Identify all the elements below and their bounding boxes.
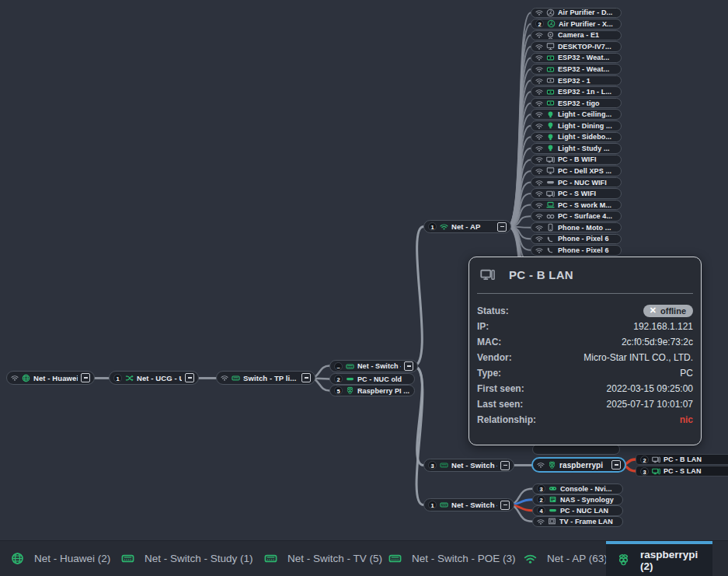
- node-pc-nuc-lan[interactable]: 4PC - NUC LAN: [532, 505, 623, 516]
- status-badge: ✕offline: [643, 305, 693, 317]
- node-ap-child[interactable]: Light - Dining ...: [531, 120, 622, 131]
- camera-icon: [546, 31, 555, 40]
- tab-net-ap-63[interactable]: Net - AP (63): [513, 541, 618, 576]
- node-net-switch-study[interactable]: –Net - Switch - ...: [329, 360, 418, 372]
- switch-icon: [440, 461, 448, 470]
- node-ap-child[interactable]: ESP32 - 1n - L...: [531, 86, 622, 97]
- bulb-icon: [546, 110, 555, 119]
- device-details-popup: PC - B LAN Status:✕offlineIP:192.168.1.1…: [468, 257, 702, 445]
- node-pc-nuc-old[interactable]: 2PC - NUC old: [329, 373, 415, 385]
- node-ap-child[interactable]: 2Air Purifier - X...: [531, 19, 622, 30]
- node-ap-child[interactable]: Air Purifier - D...: [531, 8, 622, 19]
- node-switch-tp[interactable]: Switch - TP li...: [216, 371, 315, 385]
- shuffle-icon: [125, 374, 134, 382]
- tab-raspberrypi-2[interactable]: raspberrypi (2): [606, 541, 712, 576]
- collapse-button[interactable]: [81, 373, 90, 382]
- node-ap-child[interactable]: Camera - E1: [531, 30, 622, 41]
- wifi-icon: [535, 235, 543, 243]
- collapse-button[interactable]: [497, 222, 507, 232]
- count-badge: 5: [334, 386, 343, 395]
- node-label: PC - S WIFI: [558, 190, 617, 197]
- collapse-button[interactable]: [301, 373, 311, 382]
- node-ap-child[interactable]: Light - Sidebo...: [531, 132, 622, 143]
- node-ap-child[interactable]: ESP32 - Weat...: [531, 64, 622, 75]
- tab-net-huawei-2[interactable]: Net - Huawei (2): [0, 541, 121, 576]
- node-ap-child[interactable]: PC - NUC WIFI: [531, 177, 622, 188]
- node-net-switch-poe[interactable]: 1Net - Switch - ...: [423, 498, 514, 511]
- node-net-switch-tv[interactable]: 3Net - Switch - ...: [423, 459, 514, 472]
- switch-icon: [121, 552, 134, 565]
- node-console-nvidia[interactable]: 3Console - Nvi...: [532, 483, 623, 494]
- detail-row: IP:192.168.1.121: [477, 319, 693, 334]
- wifi-icon: [535, 224, 543, 232]
- node-ap-child[interactable]: PC - B WIFI: [531, 155, 622, 166]
- node-ap-child[interactable]: DESKTOP-IV7...: [531, 41, 622, 52]
- wifi-icon: [537, 461, 545, 469]
- collapse-button[interactable]: [500, 501, 510, 510]
- wifi-icon: [221, 374, 228, 382]
- wifi-icon: [537, 518, 545, 525]
- switch-icon: [232, 374, 240, 382]
- node-ap-child[interactable]: Phone - Pixel 6: [531, 245, 622, 256]
- collapse-button[interactable]: [185, 373, 194, 382]
- raspberry-icon: [548, 461, 556, 470]
- node-ap-child[interactable]: Phone - Moto ...: [531, 222, 622, 233]
- node-ap-child[interactable]: ESP32 - Weat...: [531, 53, 622, 64]
- wifi-icon: [535, 122, 543, 130]
- detail-label: Status:: [477, 305, 509, 316]
- node-net-ucg[interactable]: 1Net - UCG - Ul...: [109, 371, 199, 385]
- network-topology-canvas[interactable]: Net - Huawei1Net - UCG - Ul...Switch - T…: [0, 0, 728, 576]
- tab-net-switch-tv-5[interactable]: Net - Switch - TV (5): [253, 541, 393, 576]
- node-ap-child[interactable]: PC - Surface 4...: [531, 211, 622, 222]
- count-badge: 2: [537, 495, 545, 504]
- node-ap-child[interactable]: PC - S work M...: [531, 200, 622, 211]
- tab-net-switch-poe-3[interactable]: Net - Switch - POE (3): [378, 541, 527, 576]
- fan-icon: [547, 19, 556, 28]
- node-label: Light - Sidebo...: [558, 133, 617, 141]
- detail-value: 2025-07-17 10:01:07: [607, 399, 693, 410]
- node-ap-child[interactable]: Light - Study ...: [531, 143, 622, 154]
- count-badge: 1: [428, 501, 437, 509]
- node-ap-child[interactable]: Phone - Pixel 6: [531, 234, 622, 245]
- detail-label: Relationship:: [477, 414, 536, 425]
- collapse-button[interactable]: [404, 361, 413, 371]
- node-partially-hidden[interactable]: [532, 444, 620, 455]
- node-label: PC - Surface 4...: [558, 212, 617, 220]
- wifi-icon: [535, 77, 543, 85]
- node-label: NAS - Synology: [560, 496, 618, 504]
- node-raspberrypi[interactable]: raspberrypi: [531, 457, 626, 473]
- wifi-icon: [535, 201, 543, 209]
- detail-row: Last seen:2025-07-17 10:01:07: [477, 396, 693, 412]
- node-net-huawei[interactable]: Net - Huawei: [6, 371, 95, 385]
- node-ap-child[interactable]: ESP32 - 1: [531, 75, 622, 86]
- node-label: ESP32 - Weat...: [558, 54, 617, 61]
- wifi-icon: [11, 374, 19, 382]
- collapse-button[interactable]: [611, 460, 621, 470]
- bulb-icon: [546, 144, 555, 152]
- node-pc-b-lan[interactable]: 2PC - B LAN: [636, 454, 728, 465]
- popup-title: PC - B LAN: [509, 268, 573, 281]
- raspberry-icon: [617, 553, 630, 567]
- node-label: Air Purifier - X...: [559, 20, 617, 28]
- monitor-icon: [546, 166, 555, 175]
- node-raspberry-pi[interactable]: 5Raspberry PI ...: [329, 385, 415, 396]
- switch-icon: [264, 552, 277, 565]
- detail-row: MAC:2c:f0:5d:9e:73:2c: [477, 334, 693, 350]
- tab-net-switch-study-1[interactable]: Net - Switch - Study (1): [110, 541, 264, 576]
- node-ap-child[interactable]: PC - S WIFI: [531, 188, 622, 199]
- detail-label: Vendor:: [477, 352, 512, 363]
- node-tv-frame-lan[interactable]: TV - Frame LAN: [532, 516, 623, 527]
- wifi-icon: [535, 179, 543, 187]
- node-pc-s-lan[interactable]: 3PC - S LAN: [636, 466, 728, 477]
- node-net-ap[interactable]: 1Net - AP: [423, 220, 511, 233]
- wifi-icon: [535, 9, 543, 16]
- node-nas-synology[interactable]: 2NAS - Synology: [532, 494, 623, 505]
- tab-label: Net - Switch - TV (5): [287, 553, 382, 564]
- wifi-icon: [535, 133, 543, 141]
- node-ap-child[interactable]: Light - Ceiling...: [531, 109, 622, 120]
- node-ap-child[interactable]: PC - Dell XPS ...: [531, 166, 622, 176]
- node-ap-child[interactable]: ESP32 - tigo: [531, 98, 622, 109]
- node-label: Net - UCG - Ul...: [137, 374, 182, 382]
- count-badge: 1: [113, 374, 122, 382]
- collapse-button[interactable]: [500, 461, 510, 470]
